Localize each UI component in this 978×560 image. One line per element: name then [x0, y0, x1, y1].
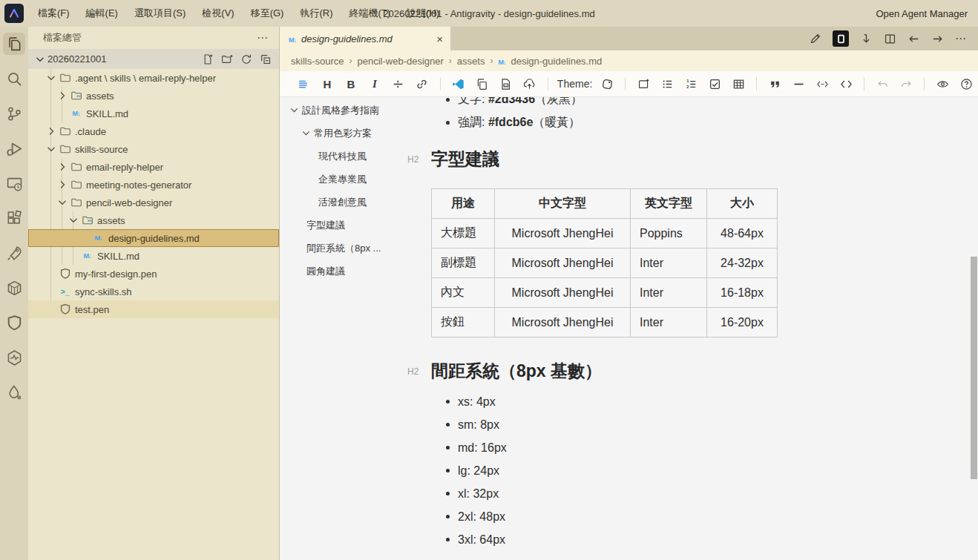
copy-icon[interactable] [473, 75, 491, 93]
table-icon[interactable] [729, 75, 747, 93]
outline-toggle-icon[interactable] [295, 75, 312, 93]
tree-item-claude[interactable]: .claude [28, 122, 279, 140]
breadcrumb-pencil-web-designer[interactable]: pencil-web-designer [358, 56, 444, 67]
back-arrow-icon[interactable] [908, 33, 920, 45]
tree-item-assets-pencil[interactable]: assets [28, 211, 279, 229]
table-row: 按鈕 Microsoft JhengHei Inter 16-20px [432, 308, 778, 337]
tree-item-design-guidelines-md[interactable]: M↓ design-guidelines.md [28, 229, 279, 247]
tree-item-sync-skills-sh[interactable]: >_ sync-skills.sh [28, 283, 279, 300]
scroll-to-bottom-icon[interactable] [860, 33, 873, 45]
outline-item-colors[interactable]: 常用色彩方案 [280, 122, 401, 145]
tree-item-pencil-web-designer[interactable]: pencil-web-designer [28, 194, 279, 211]
source-control-icon[interactable] [3, 102, 25, 125]
menu-terminal[interactable]: 終端機(T) [342, 4, 397, 23]
outline-item-modern-tech[interactable]: 現代科技風 [280, 145, 401, 168]
collapse-all-icon[interactable] [260, 53, 272, 65]
breadcrumb: skills-source › pencil-web-designer › as… [280, 50, 978, 71]
breadcrumb-assets[interactable]: assets [457, 56, 485, 67]
tab-design-guidelines[interactable]: M↓ design-guidelines.md × [280, 27, 450, 50]
explorer-root-row[interactable]: 20260221001 [28, 49, 279, 69]
rocket-icon[interactable] [3, 242, 25, 264]
tree-item-agent-skills[interactable]: .agent \ skills \ email-reply-helper [28, 69, 279, 87]
menu-help[interactable]: 說明(H) [400, 4, 446, 23]
water-drop-icon[interactable] [3, 381, 25, 403]
menu-go[interactable]: 移至(G) [244, 4, 291, 23]
outline-item-corporate[interactable]: 企業專業風 [280, 168, 401, 191]
menu-run[interactable]: 執行(R) [293, 4, 339, 23]
close-icon[interactable]: × [436, 33, 443, 45]
file-tree: .agent \ skills \ email-reply-helper ass… [28, 69, 279, 560]
tree-item-email-reply-helper[interactable]: email-reply-helper [28, 158, 279, 176]
undo-icon[interactable] [873, 75, 891, 93]
italic-icon[interactable]: I [366, 75, 384, 93]
section-title: 字型建議 [431, 148, 499, 171]
extensions-icon[interactable] [3, 207, 25, 229]
run-debug-icon[interactable] [3, 137, 25, 159]
explorer-icon[interactable] [3, 33, 25, 55]
search-icon[interactable] [3, 67, 25, 90]
insert-image-icon[interactable] [634, 75, 652, 93]
outline-item-fonts[interactable]: 字型建議 [280, 214, 401, 237]
menu-edit[interactable]: 編輯(E) [79, 4, 125, 23]
breadcrumb-design-guidelines[interactable]: design-guidelines.md [511, 56, 602, 67]
document-content[interactable]: 文字: #2d3436（灰黑） 強調: #fdcb6e（暖黃） H2 字型建議 [401, 97, 978, 560]
bullet-list-icon[interactable] [658, 75, 676, 93]
numbered-list-icon[interactable]: 12 [682, 75, 700, 93]
outline-item-creative[interactable]: 活潑創意風 [280, 191, 401, 214]
preview-eye-icon[interactable] [933, 75, 951, 93]
forward-arrow-icon[interactable] [931, 33, 944, 45]
vertical-scrollbar[interactable] [971, 257, 977, 479]
vscode-icon[interactable] [450, 75, 467, 93]
menu-selection[interactable]: 選取項目(S) [128, 4, 192, 23]
help-icon[interactable] [957, 75, 975, 93]
redo-icon[interactable] [897, 75, 915, 93]
explorer-sidebar: 檔案總管 ⋯ 20260221001 [28, 27, 280, 560]
outline-item-radius[interactable]: 圓角建議 [280, 260, 401, 283]
inline-code-icon[interactable] [813, 75, 831, 93]
tree-item-skill-md[interactable]: M↓ SKILL.md [28, 105, 279, 122]
refresh-icon[interactable] [240, 53, 252, 65]
shell-script-icon: >_ [59, 286, 71, 297]
cloud-upload-icon[interactable] [521, 75, 539, 93]
horizontal-rule-icon[interactable] [790, 75, 807, 93]
tree-item-skill-md-pencil[interactable]: M↓ SKILL.md [28, 247, 279, 265]
task-list-icon[interactable] [706, 75, 723, 93]
breadcrumb-skills-source[interactable]: skills-source [291, 56, 344, 67]
new-folder-icon[interactable] [221, 53, 233, 65]
hexagon-pulse-icon[interactable] [3, 346, 25, 369]
container-icon[interactable] [3, 277, 25, 299]
tree-item-test-pen[interactable]: test.pen [28, 300, 279, 318]
menu-bar: 檔案(F) 編輯(E) 選取項目(S) 檢視(V) 移至(G) 執行(R) 終端… [31, 4, 446, 23]
shield-icon[interactable] [3, 312, 25, 334]
list-item: 文字: #2d3436（灰黑） [446, 97, 978, 111]
menu-view[interactable]: 檢視(V) [195, 4, 240, 23]
menu-file[interactable]: 檔案(F) [31, 4, 76, 23]
bold-icon[interactable]: B [342, 75, 360, 93]
more-actions-icon[interactable]: ⋯ [955, 32, 967, 45]
code-block-icon[interactable] [837, 75, 855, 93]
preview-toggle-icon[interactable] [833, 30, 849, 47]
strikethrough-icon[interactable] [390, 75, 407, 93]
tree-item-assets[interactable]: assets [28, 87, 279, 105]
explorer-more-icon[interactable]: ⋯ [257, 31, 269, 45]
split-editor-icon[interactable] [884, 33, 896, 45]
edit-pencil-icon[interactable] [809, 33, 821, 45]
markdown-icon: M↓ [289, 33, 296, 45]
export-document-icon[interactable] [497, 75, 515, 93]
theme-icon[interactable] [598, 75, 616, 93]
outline-item-root[interactable]: 設計風格參考指南 [280, 99, 401, 122]
new-file-icon[interactable] [202, 53, 214, 65]
tree-item-skills-source[interactable]: skills-source [28, 140, 279, 158]
open-agent-manager-button[interactable]: Open Agent Manager [865, 8, 978, 19]
tree-item-meeting-notes-generator[interactable]: meeting-notes-generator [28, 176, 279, 194]
link-icon[interactable] [413, 75, 431, 93]
heading-icon[interactable]: H [318, 75, 336, 93]
remote-explorer-icon[interactable] [3, 172, 25, 194]
markdown-icon: M↓ [498, 56, 505, 67]
blockquote-icon[interactable] [766, 75, 784, 93]
list-item: lg: 24px [446, 459, 978, 482]
tree-item-my-first-design-pen[interactable]: my-first-design.pen [28, 265, 279, 283]
outline-item-spacing[interactable]: 間距系統（8px ... [280, 237, 401, 260]
table-row: 內文 Microsoft JhengHei Inter 16-18px [432, 278, 778, 308]
bullet-dot [446, 121, 450, 125]
